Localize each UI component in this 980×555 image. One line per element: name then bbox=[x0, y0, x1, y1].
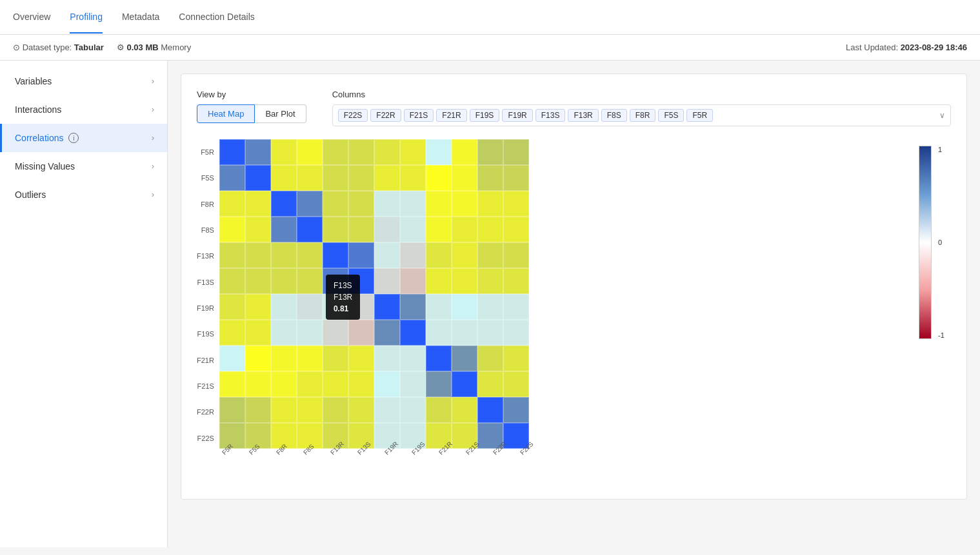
heatmap-cell[interactable] bbox=[245, 371, 271, 397]
heatmap-cell[interactable] bbox=[297, 294, 323, 320]
heatmap-cell[interactable] bbox=[426, 397, 452, 423]
heatmap-cell[interactable] bbox=[452, 320, 477, 346]
heatmap-cell[interactable] bbox=[400, 139, 426, 165]
heatmap-cell[interactable] bbox=[400, 191, 426, 217]
heatmap-cell[interactable] bbox=[348, 242, 374, 268]
heatmap-cell[interactable] bbox=[245, 217, 271, 242]
heatmap-cell[interactable] bbox=[245, 165, 271, 191]
heatmap-cell[interactable] bbox=[426, 268, 452, 294]
heatmap-cell[interactable] bbox=[503, 397, 529, 423]
heatmap-cell[interactable] bbox=[400, 217, 426, 242]
heatmap-cell[interactable] bbox=[219, 165, 245, 191]
heatmap-cell[interactable] bbox=[426, 165, 452, 191]
heatmap-cell[interactable] bbox=[477, 320, 503, 346]
heatmap-cell[interactable] bbox=[503, 165, 529, 191]
sidebar-item-variables[interactable]: Variables › bbox=[0, 67, 167, 95]
heatmap-cell[interactable] bbox=[219, 397, 245, 423]
heatmap-cell[interactable] bbox=[503, 191, 529, 217]
heatmap-cell[interactable] bbox=[323, 242, 348, 268]
heatmap-cell[interactable] bbox=[503, 139, 529, 165]
heatmap-cell[interactable] bbox=[271, 242, 297, 268]
heatmap-cell[interactable] bbox=[477, 139, 503, 165]
heatmap-cell[interactable] bbox=[477, 371, 503, 397]
heatmap-cell[interactable] bbox=[400, 294, 426, 320]
heatmap-cell[interactable] bbox=[297, 371, 323, 397]
heatmap-cell[interactable] bbox=[245, 397, 271, 423]
heatmap-cell[interactable] bbox=[452, 217, 477, 242]
info-icon[interactable]: i bbox=[68, 133, 79, 143]
heatmap-cell[interactable] bbox=[400, 242, 426, 268]
sidebar-item-missing-values[interactable]: Missing Values › bbox=[0, 152, 167, 180]
heatmap-cell[interactable] bbox=[297, 242, 323, 268]
heatmap-cell[interactable] bbox=[426, 242, 452, 268]
heatmap-cell[interactable] bbox=[348, 191, 374, 217]
heatmap-cell[interactable] bbox=[348, 268, 374, 294]
heatmap-cell[interactable] bbox=[426, 371, 452, 397]
heatmap-cell[interactable] bbox=[245, 346, 271, 371]
heatmap-cell[interactable] bbox=[323, 165, 348, 191]
heatmap-cell[interactable] bbox=[219, 268, 245, 294]
heatmap-cell[interactable] bbox=[323, 371, 348, 397]
heatmap-cell[interactable] bbox=[297, 320, 323, 346]
heatmap-cell[interactable] bbox=[477, 165, 503, 191]
heatmap-cell[interactable] bbox=[477, 242, 503, 268]
heatmap-cell[interactable] bbox=[323, 294, 348, 320]
heatmap-cell[interactable] bbox=[219, 191, 245, 217]
heatmap-cell[interactable] bbox=[503, 217, 529, 242]
heatmap-cell[interactable] bbox=[297, 139, 323, 165]
heatmap-cell[interactable] bbox=[348, 346, 374, 371]
heatmap-cell[interactable] bbox=[323, 191, 348, 217]
heatmap-cell[interactable] bbox=[477, 191, 503, 217]
heatmap-cell[interactable] bbox=[452, 371, 477, 397]
heatmap-cell[interactable] bbox=[400, 165, 426, 191]
heatmap-cell[interactable] bbox=[348, 139, 374, 165]
heatmap-cell[interactable] bbox=[374, 397, 400, 423]
sidebar-item-outliers[interactable]: Outliers › bbox=[0, 180, 167, 209]
heatmap-cell[interactable] bbox=[323, 397, 348, 423]
heatmap-cell[interactable] bbox=[503, 346, 529, 371]
heatmap-cell[interactable] bbox=[219, 217, 245, 242]
heatmap-cell[interactable] bbox=[426, 217, 452, 242]
heatmap-cell[interactable] bbox=[374, 242, 400, 268]
heatmap-cell[interactable] bbox=[348, 165, 374, 191]
heatmap-cell[interactable] bbox=[297, 217, 323, 242]
heatmap-cell[interactable] bbox=[452, 139, 477, 165]
heatmap-cell[interactable] bbox=[374, 320, 400, 346]
tab-connection-details[interactable]: Connection Details bbox=[179, 1, 255, 34]
heatmap-cell[interactable] bbox=[271, 165, 297, 191]
heatmap-cell[interactable] bbox=[271, 371, 297, 397]
heatmap-cell[interactable] bbox=[323, 268, 348, 294]
heatmap-cell[interactable] bbox=[323, 139, 348, 165]
heatmap-cell[interactable] bbox=[374, 268, 400, 294]
heatmap-cell[interactable] bbox=[271, 346, 297, 371]
heatmap-cell[interactable] bbox=[271, 397, 297, 423]
heatmap-cell[interactable] bbox=[297, 268, 323, 294]
heatmap-cell[interactable] bbox=[452, 294, 477, 320]
heatmap-cell[interactable] bbox=[400, 397, 426, 423]
heatmap-cell[interactable] bbox=[271, 320, 297, 346]
heatmap-cell[interactable] bbox=[374, 346, 400, 371]
heatmap-cell[interactable] bbox=[271, 217, 297, 242]
heatmap-cell[interactable] bbox=[452, 242, 477, 268]
heatmap-cell[interactable] bbox=[503, 320, 529, 346]
heatmap-cell[interactable] bbox=[271, 294, 297, 320]
heatmap-cell[interactable] bbox=[374, 139, 400, 165]
heatmap-cell[interactable] bbox=[400, 371, 426, 397]
heatmap-cell[interactable] bbox=[400, 268, 426, 294]
heatmap-cell[interactable] bbox=[452, 397, 477, 423]
heatmap-cell[interactable] bbox=[503, 294, 529, 320]
heatmap-cell[interactable] bbox=[426, 139, 452, 165]
heatmap-cell[interactable] bbox=[271, 191, 297, 217]
heatmap-cell[interactable] bbox=[219, 139, 245, 165]
heatmap-cell[interactable] bbox=[245, 320, 271, 346]
heatmap-cell[interactable] bbox=[323, 346, 348, 371]
heatmap-cell[interactable] bbox=[452, 346, 477, 371]
heatmap-cell[interactable] bbox=[477, 268, 503, 294]
heatmap-cell[interactable] bbox=[245, 191, 271, 217]
heatmap-cell[interactable] bbox=[400, 320, 426, 346]
sidebar-item-correlations[interactable]: Correlations i › bbox=[0, 124, 167, 152]
heatmap-cell[interactable] bbox=[374, 217, 400, 242]
heatmap-cell[interactable] bbox=[452, 165, 477, 191]
heatmap-cell[interactable] bbox=[477, 294, 503, 320]
heatmap-cell[interactable] bbox=[374, 165, 400, 191]
